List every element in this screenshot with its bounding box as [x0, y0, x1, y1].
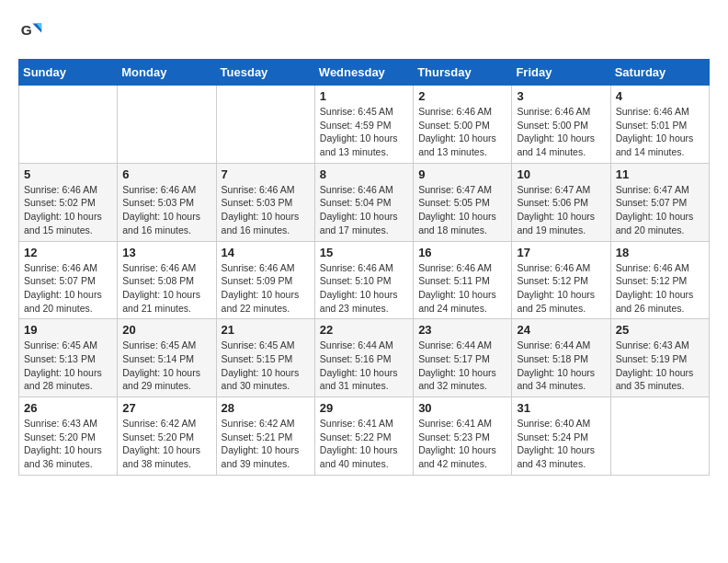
calendar-cell: 9Sunrise: 6:47 AM Sunset: 5:05 PM Daylig…	[414, 163, 512, 241]
day-info: Sunrise: 6:42 AM Sunset: 5:20 PM Dayligh…	[122, 417, 210, 471]
day-number: 8	[320, 167, 408, 181]
calendar-cell: 2Sunrise: 6:46 AM Sunset: 5:00 PM Daylig…	[414, 86, 512, 164]
day-info: Sunrise: 6:43 AM Sunset: 5:20 PM Dayligh…	[24, 417, 112, 471]
calendar-cell: 27Sunrise: 6:42 AM Sunset: 5:20 PM Dayli…	[118, 397, 216, 476]
day-info: Sunrise: 6:44 AM Sunset: 5:16 PM Dayligh…	[320, 339, 408, 393]
day-number: 31	[517, 401, 605, 415]
day-info: Sunrise: 6:44 AM Sunset: 5:17 PM Dayligh…	[418, 339, 506, 393]
day-number: 23	[418, 323, 506, 337]
calendar-cell	[118, 86, 216, 164]
day-info: Sunrise: 6:47 AM Sunset: 5:05 PM Dayligh…	[418, 183, 506, 237]
calendar-cell	[610, 397, 709, 476]
calendar-cell: 13Sunrise: 6:46 AM Sunset: 5:08 PM Dayli…	[118, 241, 216, 319]
day-number: 5	[24, 167, 112, 181]
day-header-sunday: Sunday	[19, 60, 118, 86]
day-number: 1	[320, 89, 408, 103]
day-info: Sunrise: 6:45 AM Sunset: 4:59 PM Dayligh…	[320, 105, 408, 159]
calendar-cell: 31Sunrise: 6:40 AM Sunset: 5:24 PM Dayli…	[512, 397, 610, 476]
day-number: 20	[122, 323, 210, 337]
day-number: 11	[616, 167, 704, 181]
day-number: 28	[222, 401, 310, 415]
day-info: Sunrise: 6:44 AM Sunset: 5:18 PM Dayligh…	[517, 339, 605, 393]
day-header-friday: Friday	[512, 60, 610, 86]
day-number: 2	[418, 89, 506, 103]
calendar-week-5: 26Sunrise: 6:43 AM Sunset: 5:20 PM Dayli…	[19, 397, 710, 476]
day-info: Sunrise: 6:47 AM Sunset: 5:07 PM Dayligh…	[616, 183, 704, 237]
day-info: Sunrise: 6:46 AM Sunset: 5:12 PM Dayligh…	[517, 261, 605, 316]
calendar-cell: 19Sunrise: 6:45 AM Sunset: 5:13 PM Dayli…	[19, 319, 118, 397]
calendar-cell: 12Sunrise: 6:46 AM Sunset: 5:07 PM Dayli…	[19, 241, 118, 319]
calendar-cell: 8Sunrise: 6:46 AM Sunset: 5:04 PM Daylig…	[314, 163, 413, 241]
day-info: Sunrise: 6:46 AM Sunset: 5:10 PM Dayligh…	[320, 261, 408, 316]
day-info: Sunrise: 6:46 AM Sunset: 5:07 PM Dayligh…	[24, 261, 112, 316]
calendar-cell: 25Sunrise: 6:43 AM Sunset: 5:19 PM Dayli…	[610, 319, 709, 397]
calendar-cell: 1Sunrise: 6:45 AM Sunset: 4:59 PM Daylig…	[314, 86, 413, 164]
calendar-cell: 28Sunrise: 6:42 AM Sunset: 5:21 PM Dayli…	[216, 397, 314, 476]
day-info: Sunrise: 6:40 AM Sunset: 5:24 PM Dayligh…	[517, 417, 605, 471]
day-info: Sunrise: 6:46 AM Sunset: 5:00 PM Dayligh…	[517, 105, 605, 159]
day-number: 18	[616, 246, 704, 259]
day-number: 25	[616, 323, 704, 337]
calendar-cell: 24Sunrise: 6:44 AM Sunset: 5:18 PM Dayli…	[512, 319, 610, 397]
day-number: 12	[24, 246, 112, 259]
day-number: 6	[122, 167, 210, 181]
day-number: 4	[616, 89, 704, 103]
calendar-cell: 29Sunrise: 6:41 AM Sunset: 5:22 PM Dayli…	[314, 397, 413, 476]
calendar-table: SundayMondayTuesdayWednesdayThursdayFrid…	[18, 59, 710, 476]
day-number: 9	[418, 167, 506, 181]
calendar-cell: 15Sunrise: 6:46 AM Sunset: 5:10 PM Dayli…	[314, 241, 413, 319]
day-info: Sunrise: 6:41 AM Sunset: 5:23 PM Dayligh…	[418, 417, 506, 471]
day-number: 30	[418, 401, 506, 415]
day-number: 3	[517, 89, 605, 103]
day-info: Sunrise: 6:46 AM Sunset: 5:04 PM Dayligh…	[320, 183, 408, 237]
day-info: Sunrise: 6:46 AM Sunset: 5:01 PM Dayligh…	[616, 105, 704, 159]
calendar-header-row: SundayMondayTuesdayWednesdayThursdayFrid…	[19, 60, 710, 86]
calendar-cell: 20Sunrise: 6:45 AM Sunset: 5:14 PM Dayli…	[118, 319, 216, 397]
calendar-cell: 3Sunrise: 6:46 AM Sunset: 5:00 PM Daylig…	[512, 86, 610, 164]
calendar-cell: 17Sunrise: 6:46 AM Sunset: 5:12 PM Dayli…	[512, 241, 610, 319]
day-number: 21	[222, 323, 310, 337]
calendar-cell: 22Sunrise: 6:44 AM Sunset: 5:16 PM Dayli…	[314, 319, 413, 397]
calendar-cell: 11Sunrise: 6:47 AM Sunset: 5:07 PM Dayli…	[610, 163, 709, 241]
calendar-cell: 4Sunrise: 6:46 AM Sunset: 5:01 PM Daylig…	[610, 86, 709, 164]
day-info: Sunrise: 6:46 AM Sunset: 5:00 PM Dayligh…	[418, 105, 506, 159]
day-header-saturday: Saturday	[610, 60, 709, 86]
day-info: Sunrise: 6:46 AM Sunset: 5:02 PM Dayligh…	[24, 183, 112, 237]
svg-text:G: G	[21, 22, 32, 38]
calendar-cell: 7Sunrise: 6:46 AM Sunset: 5:03 PM Daylig…	[216, 163, 314, 241]
calendar-cell: 18Sunrise: 6:46 AM Sunset: 5:12 PM Dayli…	[610, 241, 709, 319]
day-number: 16	[418, 246, 506, 259]
logo-icon: G	[18, 18, 44, 44]
calendar-cell: 16Sunrise: 6:46 AM Sunset: 5:11 PM Dayli…	[414, 241, 512, 319]
day-info: Sunrise: 6:47 AM Sunset: 5:06 PM Dayligh…	[517, 183, 605, 237]
calendar-week-2: 5Sunrise: 6:46 AM Sunset: 5:02 PM Daylig…	[19, 163, 710, 241]
day-number: 10	[517, 167, 605, 181]
day-number: 29	[320, 401, 408, 415]
calendar-cell: 6Sunrise: 6:46 AM Sunset: 5:03 PM Daylig…	[118, 163, 216, 241]
day-info: Sunrise: 6:45 AM Sunset: 5:15 PM Dayligh…	[222, 339, 310, 393]
day-number: 19	[24, 323, 112, 337]
day-number: 17	[517, 246, 605, 259]
day-header-monday: Monday	[118, 60, 216, 86]
calendar-cell: 5Sunrise: 6:46 AM Sunset: 5:02 PM Daylig…	[19, 163, 118, 241]
day-header-thursday: Thursday	[414, 60, 512, 86]
calendar-week-1: 1Sunrise: 6:45 AM Sunset: 4:59 PM Daylig…	[19, 86, 710, 164]
calendar-cell	[19, 86, 118, 164]
calendar-cell: 23Sunrise: 6:44 AM Sunset: 5:17 PM Dayli…	[414, 319, 512, 397]
day-info: Sunrise: 6:45 AM Sunset: 5:13 PM Dayligh…	[24, 339, 112, 393]
day-number: 7	[222, 167, 310, 181]
calendar-cell	[216, 86, 314, 164]
day-info: Sunrise: 6:42 AM Sunset: 5:21 PM Dayligh…	[222, 417, 310, 471]
day-number: 26	[24, 401, 112, 415]
day-info: Sunrise: 6:41 AM Sunset: 5:22 PM Dayligh…	[320, 417, 408, 471]
day-header-tuesday: Tuesday	[216, 60, 314, 86]
day-info: Sunrise: 6:46 AM Sunset: 5:03 PM Dayligh…	[122, 183, 210, 237]
calendar-cell: 14Sunrise: 6:46 AM Sunset: 5:09 PM Dayli…	[216, 241, 314, 319]
logo: G	[18, 18, 48, 44]
calendar-cell: 26Sunrise: 6:43 AM Sunset: 5:20 PM Dayli…	[19, 397, 118, 476]
day-info: Sunrise: 6:46 AM Sunset: 5:08 PM Dayligh…	[122, 261, 210, 316]
day-number: 15	[320, 246, 408, 259]
day-info: Sunrise: 6:46 AM Sunset: 5:09 PM Dayligh…	[222, 261, 310, 316]
day-number: 27	[122, 401, 210, 415]
page-header: G	[18, 18, 710, 44]
